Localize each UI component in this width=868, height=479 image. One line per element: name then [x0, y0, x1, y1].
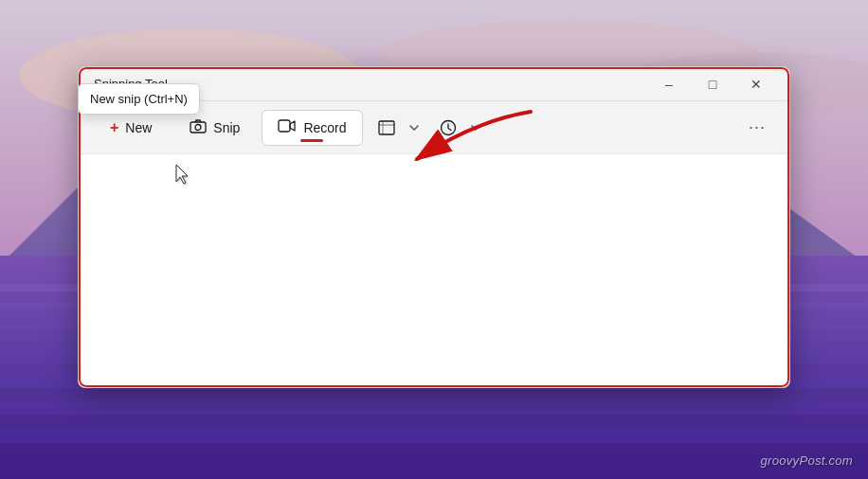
svg-rect-17 — [0, 443, 868, 479]
screen-clip-group — [369, 109, 425, 147]
svg-rect-16 — [0, 415, 868, 428]
screen-clip-dropdown[interactable] — [404, 110, 425, 146]
snip-label: Snip — [213, 120, 240, 135]
plus-icon: + — [110, 119, 118, 136]
history-group — [431, 110, 486, 146]
history-button[interactable] — [431, 110, 465, 146]
maximize-button[interactable]: □ — [691, 67, 734, 101]
svg-rect-21 — [379, 121, 394, 134]
record-label: Record — [303, 120, 346, 135]
svg-rect-15 — [0, 388, 868, 400]
new-button[interactable]: + New — [94, 110, 168, 146]
screen-clip-button[interactable] — [370, 110, 404, 146]
new-label: New — [125, 120, 152, 135]
tooltip: New snip (Ctrl+N) — [78, 83, 200, 115]
snip-button[interactable]: Snip — [173, 110, 256, 146]
video-icon — [278, 118, 297, 136]
close-button[interactable]: ✕ — [734, 67, 778, 101]
more-options-button[interactable]: ··· — [740, 110, 774, 146]
camera-icon — [190, 118, 207, 136]
window-controls: – □ ✕ — [647, 67, 778, 101]
svg-rect-18 — [190, 122, 206, 133]
app-window: Snipping Tool – □ ✕ + New Snip — [78, 66, 790, 388]
record-active-indicator — [300, 139, 323, 142]
history-dropdown[interactable] — [465, 110, 486, 146]
watermark: groovyPost.com — [761, 453, 853, 468]
more-dots-icon: ··· — [749, 117, 766, 137]
record-button[interactable]: Record — [262, 110, 362, 146]
svg-point-19 — [195, 125, 201, 131]
minimize-button[interactable]: – — [647, 67, 691, 101]
svg-rect-20 — [279, 120, 290, 132]
content-area — [79, 154, 789, 388]
